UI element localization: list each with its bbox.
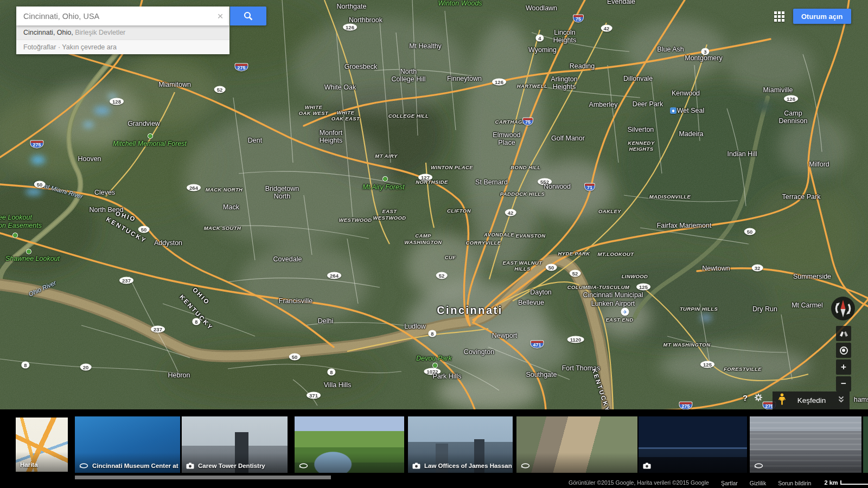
map-label-place: Hebron (168, 371, 190, 379)
route-shield: 52 (570, 270, 581, 277)
thumbnail-caption: Law Offices of James Hassan (408, 453, 513, 473)
footer-link-sorun-bildirin[interactable]: Sorun bildirin (778, 480, 811, 486)
scale-label: 2 km (824, 479, 838, 486)
help-button[interactable]: ? (739, 393, 751, 403)
map-label-neighborhood: OAK WEST (299, 110, 328, 116)
footer-link-gizlilik[interactable]: Gizlilik (750, 480, 766, 486)
map-label-place: Elmwood (493, 131, 520, 139)
store-icon (670, 107, 676, 114)
map-label-park: Winton Woods (438, 0, 482, 7)
route-shield: 264 (187, 184, 201, 191)
map-label-park: Mitchell Memorial Forest (113, 140, 187, 147)
carousel-thumbnail-law-offices-of-james-hassan[interactable]: Law Offices of James Hassan (408, 416, 513, 473)
search-input[interactable] (16, 11, 211, 21)
carousel-thumbnail[interactable] (516, 416, 637, 473)
thumbnail-caption (295, 453, 404, 473)
map-label-place: Arlington (551, 75, 577, 83)
map-label-place: Summerside (793, 273, 831, 280)
map-label-place: Milford (809, 160, 829, 168)
map-label-park: Shawnee Lookout (5, 255, 60, 262)
footer-link-şartlar[interactable]: Şartlar (721, 480, 738, 486)
pegman-icon[interactable] (778, 393, 786, 408)
tree-icon (26, 249, 31, 254)
photosphere-icon (754, 463, 763, 469)
map-label-park: ee Lookout (0, 214, 32, 221)
settings-button[interactable] (754, 393, 763, 403)
map-label-place: hams (854, 396, 868, 403)
route-shield: 126 (492, 79, 506, 86)
carousel-thumbnail[interactable] (750, 416, 861, 473)
map-label-place: Montgomery (685, 54, 722, 62)
map-label-neighborhood: CORRYVILLE (465, 240, 501, 246)
route-shield: 50 (289, 354, 301, 361)
map-label-place: Heights (553, 83, 576, 91)
map-label-place: Northgate (337, 3, 367, 10)
map-label-place: Dillonvale (623, 75, 653, 82)
compass-control[interactable] (831, 296, 856, 323)
map-label-neighborhood: EAST END (605, 317, 633, 323)
map-label-neighborhood: WHITE (305, 104, 323, 110)
map-label-place: Blue Ash (657, 46, 684, 53)
suggestion-item-cincinnati[interactable]: Cincinnati, Ohio, Birleşik Devletler (16, 25, 229, 40)
carousel-thumbnail[interactable] (295, 416, 404, 473)
explore-bar[interactable]: Keşfedin (773, 391, 850, 409)
thumbnail-caption: Harita (16, 452, 68, 472)
route-shield: 52 (214, 86, 226, 93)
apps-grid-button[interactable] (774, 11, 784, 22)
my-location-button[interactable] (836, 343, 851, 358)
map-label-place: Mt Healthy (409, 42, 442, 50)
map-label-neighborhood: EAST (382, 208, 397, 214)
map-label-neighborhood: WHITE (337, 110, 355, 115)
zoom-in-button[interactable]: + (836, 359, 851, 375)
carousel-scrollbar[interactable] (75, 476, 331, 479)
carousel-thumbnail-carew-tower-dentistry[interactable]: Carew Tower Dentistry (182, 416, 288, 473)
footer-links: ŞartlarGizlilikSorun bildirin (709, 478, 812, 487)
route-shield: 1072 (424, 368, 441, 375)
map-label-place: Delhi (318, 317, 334, 325)
search-button[interactable] (230, 7, 266, 25)
map-label-neighborhood: NORTHSIDE (416, 179, 448, 185)
map-label-place: Heights (320, 137, 342, 144)
thumbnail-caption (516, 453, 637, 473)
map-label-neighborhood: OAKLEY (598, 208, 621, 214)
thumbnail-caption (639, 453, 747, 473)
collapse-chevron-icon[interactable] (838, 395, 845, 406)
map-label-place: Camp (784, 110, 802, 117)
map-label-neighborhood: MADISONVILLE (649, 194, 691, 200)
map-label-neighborhood: CUF (445, 254, 456, 260)
route-shield: 125 (636, 284, 650, 291)
map-labels-layer: NorthgateNorthbrook126Winton WoodsWoodla… (0, 0, 868, 409)
route-shield: 237 (119, 277, 133, 284)
map-label-neighborhood: EAST WALNUT (502, 260, 542, 266)
scale-bar (840, 480, 868, 485)
airport-icon: ✈ (621, 308, 629, 316)
map-canvas[interactable]: NorthgateNorthbrook126Winton WoodsWoodla… (0, 0, 868, 409)
tilt-icon (839, 330, 848, 337)
map-label-neighborhood: AVONDALE (484, 232, 514, 237)
map-label-neighborhood: HYDE PARK (558, 251, 590, 256)
map-label-place: St Bernard (475, 178, 508, 186)
carousel-thumbnail-harita[interactable]: Harita (16, 418, 68, 472)
zoom-out-button[interactable]: − (836, 376, 851, 391)
signin-button[interactable]: Oturum açın (793, 9, 851, 24)
carousel-thumbnail-cincinnati-museum-center-at-un[interactable]: Cincinnati Museum Center at Un... (75, 416, 180, 473)
route-shield: 264 (327, 272, 341, 279)
tilt-45-button[interactable] (836, 326, 851, 341)
suggestion-secondary: Birleşik Devletler (73, 29, 126, 36)
thumbnail-caption: Carew Tower Dentistry (182, 453, 288, 473)
carousel-thumbnail[interactable] (863, 416, 868, 473)
map-label-neighborhood: MACK SOUTH (204, 225, 241, 231)
clear-search-button[interactable]: × (211, 7, 229, 25)
map-label-place: Heights (553, 36, 576, 44)
carousel-thumbnail[interactable] (639, 416, 747, 473)
map-label-place: Grandview (127, 120, 160, 127)
map-label-place: Ludlow (404, 323, 426, 330)
map-label-neighborhood: TURPIN HILLS (680, 306, 718, 312)
map-label-place: Terrace Park (782, 193, 821, 201)
map-label-neighborhood: CAMP (415, 233, 431, 239)
map-label-place: Cincinnati Municipal (583, 291, 643, 299)
suggestion-item-photos[interactable]: Fotoğraflar · Yakın çevrede ara (16, 40, 229, 54)
route-shield: 1120 (567, 336, 584, 343)
camera-icon (412, 463, 420, 469)
route-shield: 237 (151, 326, 165, 333)
